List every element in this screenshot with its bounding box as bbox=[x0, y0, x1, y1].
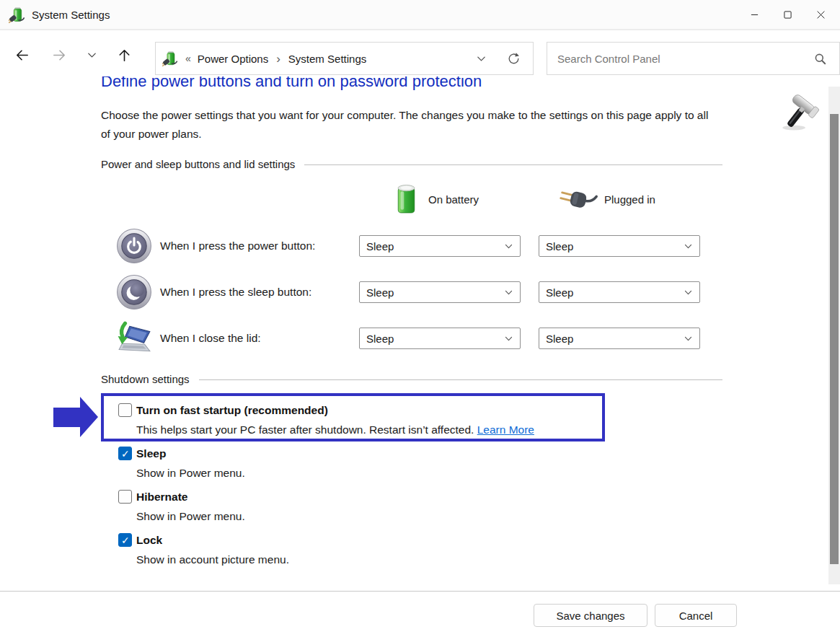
annotation-arrow-icon bbox=[53, 397, 98, 437]
select-value: Sleep bbox=[366, 286, 394, 299]
cancel-button[interactable]: Cancel bbox=[655, 604, 737, 627]
section-power-buttons-title: Power and sleep buttons and lid settings bbox=[101, 158, 295, 170]
search-icon[interactable] bbox=[813, 52, 827, 66]
lock-desc: Show in account picture menu. bbox=[136, 553, 289, 566]
page-title: Define power buttons and turn on passwor… bbox=[101, 76, 663, 91]
annotation-arrow-shaft bbox=[53, 408, 80, 427]
maximize-button[interactable] bbox=[771, 0, 804, 29]
sleep-button-plugged-in-select[interactable]: Sleep bbox=[539, 281, 700, 303]
window-titlebar: System Settings bbox=[0, 0, 840, 30]
plugged-in-icon bbox=[558, 188, 598, 212]
search-box bbox=[547, 42, 840, 75]
hammer-icon bbox=[779, 91, 820, 134]
section-rule bbox=[199, 379, 722, 380]
forward-button[interactable] bbox=[48, 44, 70, 66]
scrollbar-track[interactable] bbox=[828, 87, 840, 584]
minimize-button[interactable] bbox=[738, 0, 771, 29]
fast-startup-label: Turn on fast startup (recommended) bbox=[136, 403, 328, 417]
breadcrumb-item-system-settings[interactable]: System Settings bbox=[288, 53, 366, 65]
power-button-icon bbox=[116, 228, 152, 264]
window-title: System Settings bbox=[32, 9, 110, 21]
learn-more-link[interactable]: Learn More bbox=[477, 423, 534, 436]
select-value: Sleep bbox=[366, 333, 394, 345]
fast-startup-checkbox[interactable] bbox=[118, 403, 132, 417]
chevron-down-icon bbox=[504, 334, 513, 343]
select-value: Sleep bbox=[366, 240, 394, 252]
sleep-desc: Show in Power menu. bbox=[136, 466, 245, 480]
section-shutdown-title: Shutdown settings bbox=[101, 373, 190, 385]
footer-divider bbox=[0, 591, 840, 592]
plugged-in-column-label: Plugged in bbox=[604, 193, 655, 206]
chevron-down-icon bbox=[504, 242, 513, 251]
system-settings-window: System Settings « bbox=[0, 0, 840, 637]
maximize-icon bbox=[782, 9, 794, 21]
power-button-plugged-in-select[interactable]: Sleep bbox=[539, 235, 700, 257]
back-arrow-icon bbox=[14, 47, 30, 63]
close-lid-plugged-in-select[interactable]: Sleep bbox=[539, 328, 700, 349]
intro-text: Choose the power settings that you want … bbox=[101, 106, 715, 144]
breadcrumb-overflow-chevron[interactable]: « bbox=[185, 53, 191, 64]
select-value: Sleep bbox=[546, 333, 573, 345]
hibernate-checkbox[interactable] bbox=[118, 490, 132, 504]
close-button[interactable] bbox=[804, 0, 837, 29]
refresh-icon[interactable] bbox=[507, 52, 521, 66]
chevron-down-icon bbox=[87, 50, 97, 61]
recent-pages-button[interactable] bbox=[81, 44, 102, 66]
up-arrow-icon bbox=[116, 47, 133, 63]
breadcrumb-separator-icon: › bbox=[276, 53, 280, 65]
select-value: Sleep bbox=[546, 286, 573, 299]
window-controls bbox=[738, 0, 837, 29]
on-battery-icon bbox=[395, 183, 417, 215]
sleep-checkbox[interactable] bbox=[118, 447, 132, 460]
minimize-icon bbox=[748, 9, 761, 21]
on-battery-column-label: On battery bbox=[428, 193, 479, 206]
save-changes-button[interactable]: Save changes bbox=[534, 604, 647, 627]
fast-startup-desc: This helps start your PC faster after sh… bbox=[136, 423, 534, 436]
power-button-row-label: When I press the power button: bbox=[160, 240, 315, 252]
sleep-button-on-battery-select[interactable]: Sleep bbox=[359, 281, 521, 303]
forward-arrow-icon bbox=[51, 47, 68, 63]
power-button-on-battery-select[interactable]: Sleep bbox=[359, 235, 521, 257]
lock-checkbox[interactable] bbox=[118, 533, 132, 547]
address-dropdown-chevron-icon[interactable] bbox=[476, 53, 487, 64]
address-bar[interactable]: « Power Options › System Settings bbox=[155, 42, 534, 75]
section-power-buttons: Power and sleep buttons and lid settings bbox=[101, 158, 722, 170]
close-icon bbox=[815, 9, 827, 21]
close-lid-on-battery-select[interactable]: Sleep bbox=[359, 328, 521, 349]
breadcrumb-item-power-options[interactable]: Power Options bbox=[198, 53, 268, 65]
sleep-button-row-label: When I press the sleep button: bbox=[160, 286, 311, 299]
chevron-down-icon bbox=[504, 288, 513, 297]
power-options-app-icon bbox=[9, 6, 25, 23]
section-rule bbox=[304, 164, 722, 165]
back-button[interactable] bbox=[11, 44, 32, 66]
hibernate-desc: Show in Power menu. bbox=[136, 509, 245, 523]
hibernate-label: Hibernate bbox=[136, 490, 188, 504]
lock-label: Lock bbox=[136, 533, 162, 547]
scrollbar-thumb[interactable] bbox=[830, 114, 839, 564]
close-lid-icon bbox=[116, 320, 152, 356]
up-button[interactable] bbox=[113, 44, 135, 66]
sleep-button-icon bbox=[116, 274, 152, 310]
page-title-clip: Define power buttons and turn on passwor… bbox=[101, 76, 663, 97]
section-shutdown: Shutdown settings bbox=[101, 373, 722, 385]
navigation-bar: « Power Options › System Settings bbox=[0, 32, 840, 76]
fast-startup-desc-text: This helps start your PC faster after sh… bbox=[136, 423, 477, 436]
chevron-down-icon bbox=[684, 334, 693, 343]
select-value: Sleep bbox=[546, 240, 573, 252]
search-input[interactable] bbox=[547, 53, 813, 65]
close-lid-row-label: When I close the lid: bbox=[160, 332, 261, 345]
chevron-down-icon bbox=[684, 288, 693, 297]
annotation-arrow-head bbox=[80, 397, 98, 437]
chevron-down-icon bbox=[684, 242, 693, 251]
sleep-label: Sleep bbox=[136, 447, 166, 460]
location-battery-icon bbox=[162, 50, 178, 66]
